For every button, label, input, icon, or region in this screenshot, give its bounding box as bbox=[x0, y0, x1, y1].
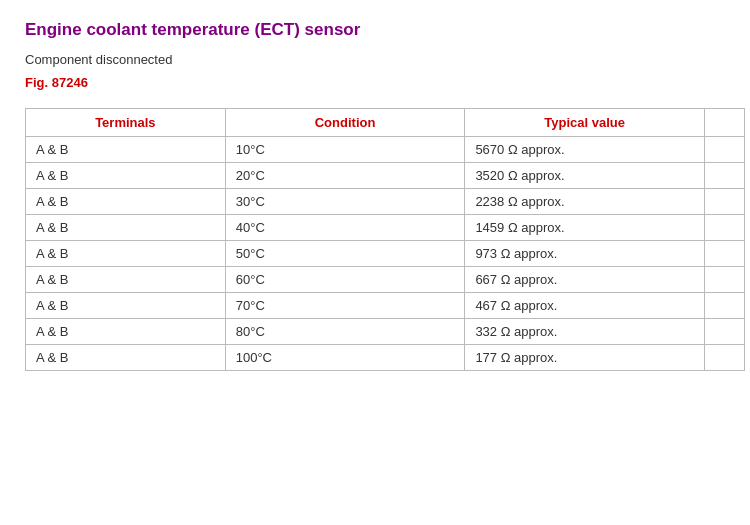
cell-terminals: A & B bbox=[26, 137, 226, 163]
cell-terminals: A & B bbox=[26, 319, 226, 345]
table-row: A & B60°C667 Ω approx. bbox=[26, 267, 745, 293]
cell-typical-value: 1459 Ω approx. bbox=[465, 215, 705, 241]
fig-label: Fig. 87246 bbox=[25, 75, 725, 90]
cell-extra bbox=[705, 293, 745, 319]
cell-extra bbox=[705, 137, 745, 163]
col-header-terminals: Terminals bbox=[26, 109, 226, 137]
table-row: A & B30°C2238 Ω approx. bbox=[26, 189, 745, 215]
cell-condition: 50°C bbox=[225, 241, 465, 267]
cell-extra bbox=[705, 267, 745, 293]
cell-condition: 30°C bbox=[225, 189, 465, 215]
cell-terminals: A & B bbox=[26, 345, 226, 371]
cell-condition: 10°C bbox=[225, 137, 465, 163]
cell-typical-value: 332 Ω approx. bbox=[465, 319, 705, 345]
cell-extra bbox=[705, 189, 745, 215]
cell-condition: 60°C bbox=[225, 267, 465, 293]
cell-extra bbox=[705, 241, 745, 267]
cell-condition: 20°C bbox=[225, 163, 465, 189]
cell-terminals: A & B bbox=[26, 189, 226, 215]
table-row: A & B20°C3520 Ω approx. bbox=[26, 163, 745, 189]
table-row: A & B10°C5670 Ω approx. bbox=[26, 137, 745, 163]
table-row: A & B80°C332 Ω approx. bbox=[26, 319, 745, 345]
cell-extra bbox=[705, 319, 745, 345]
subtitle: Component disconnected bbox=[25, 52, 725, 67]
cell-extra bbox=[705, 345, 745, 371]
cell-typical-value: 2238 Ω approx. bbox=[465, 189, 705, 215]
table-row: A & B50°C973 Ω approx. bbox=[26, 241, 745, 267]
table-row: A & B70°C467 Ω approx. bbox=[26, 293, 745, 319]
cell-terminals: A & B bbox=[26, 293, 226, 319]
cell-condition: 80°C bbox=[225, 319, 465, 345]
cell-typical-value: 177 Ω approx. bbox=[465, 345, 705, 371]
col-header-extra bbox=[705, 109, 745, 137]
cell-terminals: A & B bbox=[26, 215, 226, 241]
cell-condition: 70°C bbox=[225, 293, 465, 319]
cell-condition: 40°C bbox=[225, 215, 465, 241]
cell-typical-value: 467 Ω approx. bbox=[465, 293, 705, 319]
cell-typical-value: 667 Ω approx. bbox=[465, 267, 705, 293]
cell-typical-value: 3520 Ω approx. bbox=[465, 163, 705, 189]
cell-extra bbox=[705, 163, 745, 189]
cell-terminals: A & B bbox=[26, 267, 226, 293]
table-row: A & B100°C177 Ω approx. bbox=[26, 345, 745, 371]
col-header-condition: Condition bbox=[225, 109, 465, 137]
cell-terminals: A & B bbox=[26, 241, 226, 267]
cell-typical-value: 5670 Ω approx. bbox=[465, 137, 705, 163]
cell-terminals: A & B bbox=[26, 163, 226, 189]
cell-typical-value: 973 Ω approx. bbox=[465, 241, 705, 267]
col-header-typical-value: Typical value bbox=[465, 109, 705, 137]
page-title: Engine coolant temperature (ECT) sensor bbox=[25, 20, 725, 40]
table-row: A & B40°C1459 Ω approx. bbox=[26, 215, 745, 241]
cell-condition: 100°C bbox=[225, 345, 465, 371]
cell-extra bbox=[705, 215, 745, 241]
data-table: Terminals Condition Typical value A & B1… bbox=[25, 108, 745, 371]
